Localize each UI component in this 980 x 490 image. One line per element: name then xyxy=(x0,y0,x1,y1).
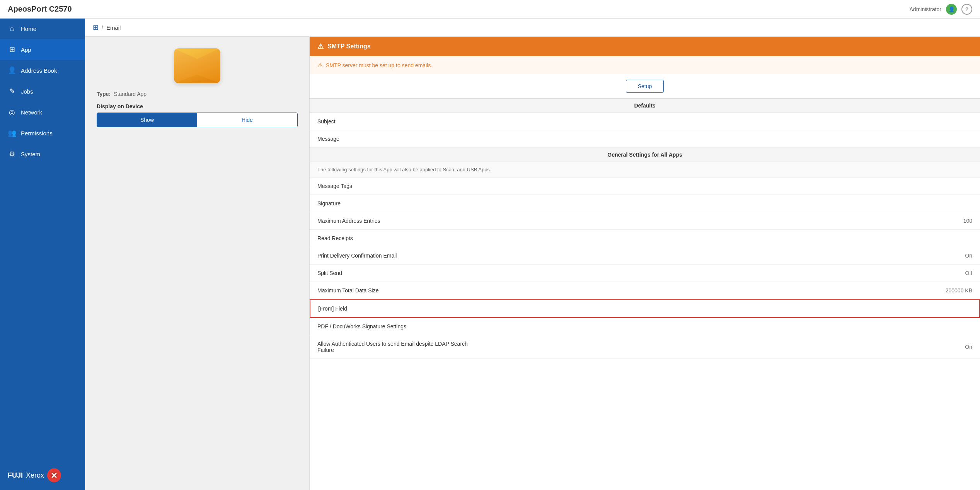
type-row: Type: Standard App xyxy=(97,91,298,97)
general-section-header: General Settings for All Apps xyxy=(310,148,980,162)
sidebar-label-system: System xyxy=(21,151,40,157)
breadcrumb-home-icon[interactable]: ⊞ xyxy=(93,23,99,32)
smtp-warning-icon: ⚠ xyxy=(317,61,323,69)
sidebar: ⌂ Home ⊞ App 👤 Address Book ✎ Jobs ◎ Net… xyxy=(0,19,85,490)
sidebar-label-app: App xyxy=(21,46,31,53)
display-on-device-label: Display on Device xyxy=(97,103,298,109)
sidebar-label-jobs: Jobs xyxy=(21,88,33,95)
admin-label: Administrator xyxy=(910,6,941,12)
app-title: ApeosPort C2570 xyxy=(8,5,72,14)
max-data-size-value: 200000 KB xyxy=(946,287,972,294)
allow-authenticated-label: Allow Authenticated Users to send Email … xyxy=(317,341,468,353)
general-description: The following settings for this App will… xyxy=(310,162,980,178)
sidebar-label-home: Home xyxy=(21,26,36,32)
breadcrumb-separator: / xyxy=(102,24,103,31)
email-app-icon xyxy=(174,48,220,83)
message-row[interactable]: Message xyxy=(310,130,980,148)
pdf-signature-row[interactable]: PDF / DocuWorks Signature Settings xyxy=(310,318,980,335)
home-icon: ⌂ xyxy=(8,25,16,33)
smtp-warning-text: SMTP server must be set up to send email… xyxy=(326,62,432,68)
signature-label: Signature xyxy=(317,200,341,207)
user-icon[interactable]: 👤 xyxy=(946,4,957,15)
max-data-size-label: Maximum Total Data Size xyxy=(317,287,378,294)
xerox-logo-icon xyxy=(47,468,61,482)
smtp-settings-header: ⚠ SMTP Settings xyxy=(310,37,980,56)
max-address-entries-value: 100 xyxy=(963,218,972,224)
subject-row[interactable]: Subject xyxy=(310,113,980,130)
split-send-label: Split Send xyxy=(317,270,342,276)
signature-row[interactable]: Signature xyxy=(310,195,980,212)
split-send-value: Off xyxy=(965,270,972,276)
permissions-icon: 👥 xyxy=(8,129,16,137)
hide-button[interactable]: Hide xyxy=(197,113,297,127)
smtp-setup-container: Setup xyxy=(310,74,980,99)
show-button[interactable]: Show xyxy=(97,113,197,127)
fuji-text: FUJI xyxy=(8,471,23,480)
max-address-entries-row[interactable]: Maximum Address Entries 100 xyxy=(310,212,980,230)
smtp-header-title: SMTP Settings xyxy=(327,43,371,50)
message-tags-label: Message Tags xyxy=(317,183,352,189)
from-field-row[interactable]: [From] Field xyxy=(310,299,980,318)
right-panel: ⚠ SMTP Settings ⚠ SMTP server must be se… xyxy=(309,37,980,490)
read-receipts-row[interactable]: Read Receipts xyxy=(310,230,980,247)
allow-authenticated-row[interactable]: Allow Authenticated Users to send Email … xyxy=(310,335,980,359)
app-icon: ⊞ xyxy=(8,45,16,54)
sidebar-item-address-book[interactable]: 👤 Address Book xyxy=(0,60,85,81)
sidebar-item-network[interactable]: ◎ Network xyxy=(0,102,85,123)
left-panel: Type: Standard App Display on Device Sho… xyxy=(85,37,309,490)
print-delivery-label: Print Delivery Confirmation Email xyxy=(317,253,397,259)
read-receipts-label: Read Receipts xyxy=(317,235,353,241)
sidebar-item-home[interactable]: ⌂ Home xyxy=(0,19,85,39)
address-book-icon: 👤 xyxy=(8,66,16,75)
sidebar-item-system[interactable]: ⚙ System xyxy=(0,143,85,164)
content-area: ⊞ / Email Type: Standard xyxy=(85,19,980,490)
print-delivery-row[interactable]: Print Delivery Confirmation Email On xyxy=(310,247,980,265)
sidebar-item-permissions[interactable]: 👥 Permissions xyxy=(0,123,85,143)
print-delivery-value: On xyxy=(965,253,972,259)
max-data-size-row[interactable]: Maximum Total Data Size 200000 KB xyxy=(310,282,980,299)
type-value: Standard App xyxy=(114,91,147,97)
xerox-text: Xerox xyxy=(26,471,44,480)
sidebar-logo: FUJI Xerox xyxy=(0,461,85,490)
breadcrumb-current: Email xyxy=(106,24,121,31)
page-content: Type: Standard App Display on Device Sho… xyxy=(85,37,980,490)
jobs-icon: ✎ xyxy=(8,87,16,96)
display-toggle[interactable]: Show Hide xyxy=(97,113,298,127)
setup-button[interactable]: Setup xyxy=(626,80,664,93)
help-icon[interactable]: ? xyxy=(961,4,972,15)
system-icon: ⚙ xyxy=(8,150,16,158)
allow-authenticated-value: On xyxy=(965,344,972,350)
defaults-section-header: Defaults xyxy=(310,99,980,113)
from-field-label: [From] Field xyxy=(318,306,347,312)
split-send-row[interactable]: Split Send Off xyxy=(310,265,980,282)
topbar: ApeosPort C2570 Administrator 👤 ? xyxy=(0,0,980,19)
max-address-entries-label: Maximum Address Entries xyxy=(317,218,380,224)
sidebar-item-jobs[interactable]: ✎ Jobs xyxy=(0,81,85,102)
message-tags-row[interactable]: Message Tags xyxy=(310,178,980,195)
main-layout: ⌂ Home ⊞ App 👤 Address Book ✎ Jobs ◎ Net… xyxy=(0,19,980,490)
warning-triangle-icon: ⚠ xyxy=(317,42,324,51)
smtp-warning: ⚠ SMTP server must be set up to send ema… xyxy=(310,56,980,74)
message-label: Message xyxy=(317,136,339,142)
pdf-signature-label: PDF / DocuWorks Signature Settings xyxy=(317,323,406,330)
sidebar-label-address-book: Address Book xyxy=(21,67,57,74)
topbar-right: Administrator 👤 ? xyxy=(910,4,972,15)
breadcrumb: ⊞ / Email xyxy=(85,19,980,37)
app-icon-container xyxy=(97,48,298,83)
type-label: Type: xyxy=(97,91,111,97)
subject-label: Subject xyxy=(317,118,336,125)
sidebar-label-permissions: Permissions xyxy=(21,130,53,137)
sidebar-label-network: Network xyxy=(21,109,42,116)
network-icon: ◎ xyxy=(8,108,16,116)
sidebar-item-app[interactable]: ⊞ App xyxy=(0,39,85,60)
